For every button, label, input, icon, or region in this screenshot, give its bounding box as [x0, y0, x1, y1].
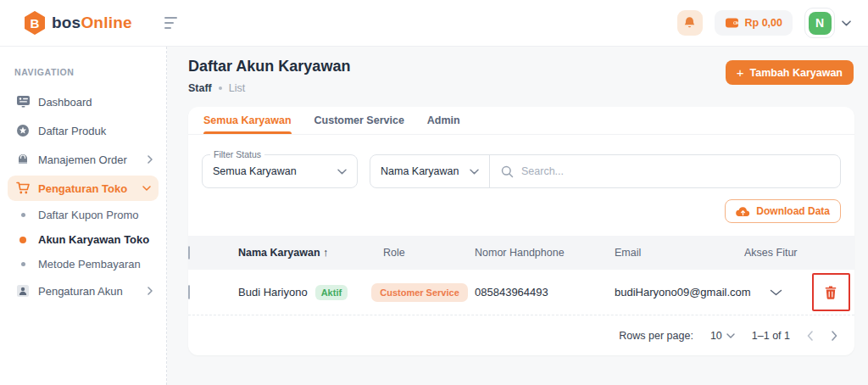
search-input[interactable]: [521, 165, 829, 177]
sidebar-item-label: Manajemen Order: [38, 153, 127, 166]
plus-icon: +: [737, 66, 744, 79]
sidebar-item-pengaturan-akun[interactable]: Pengaturan Akun: [0, 276, 166, 305]
avatar-frame: N: [804, 8, 835, 38]
column-header-email: Email: [610, 247, 744, 259]
wallet-balance-label: Rp 0,00: [745, 17, 782, 29]
search-field-select[interactable]: Nama Karyawan: [370, 155, 490, 187]
column-header-role: Role: [370, 247, 470, 259]
download-data-button[interactable]: Download Data: [725, 199, 841, 223]
delete-button[interactable]: [821, 282, 841, 303]
wallet-icon: [725, 17, 739, 29]
svg-text:B: B: [31, 16, 40, 31]
sidebar-item-label: Pengaturan Toko: [38, 182, 127, 195]
topbar: B bosOnline Rp 0,00 N: [0, 0, 868, 47]
sidebar-toggle-icon[interactable]: [164, 17, 181, 29]
filter-row: Filter Status Semua Karyawan Nama Karyaw…: [188, 135, 854, 188]
breadcrumb-staff[interactable]: Staff: [188, 82, 212, 94]
account-menu[interactable]: N: [804, 8, 851, 38]
download-data-label: Download Data: [756, 205, 830, 217]
filter-status-select[interactable]: Filter Status Semua Karyawan: [202, 154, 358, 188]
sidebar-subitem-akun-karyawan-toko[interactable]: Akun Karyawan Toko: [0, 227, 166, 252]
next-page-button[interactable]: [832, 331, 837, 341]
wallet-balance[interactable]: Rp 0,00: [715, 10, 793, 36]
cart-icon: [14, 181, 31, 195]
access-expander[interactable]: [744, 289, 807, 296]
brand-hexagon-icon: B: [24, 11, 46, 35]
brand-logo[interactable]: B bosOnline: [24, 11, 132, 35]
dashboard-icon: [14, 95, 31, 109]
chevron-down-icon: [337, 169, 347, 175]
brand-name: bosOnline: [52, 14, 132, 32]
trash-icon: [824, 285, 837, 299]
sidebar-section-label: NAVIGATION: [14, 67, 166, 77]
add-employee-label: Tambah Karyawan: [749, 67, 843, 79]
sidebar-item-manajemen-order[interactable]: Manajemen Order: [0, 145, 166, 174]
rows-per-page-select[interactable]: 10: [710, 330, 735, 342]
main-content: Daftar Akun Karyawan Staff List + Tambah…: [167, 47, 868, 385]
table-header: Nama Karyawan ↑ Role Nomor Handphone Ema…: [188, 236, 854, 270]
breadcrumb-list: List: [229, 82, 245, 94]
sidebar-item-label: Daftar Kupon Promo: [38, 209, 139, 221]
sidebar-item-daftar-produk[interactable]: Daftar Produk: [0, 116, 166, 145]
employee-name: Budi Hariyono: [238, 286, 308, 299]
filter-status-label: Filter Status: [210, 149, 264, 159]
employee-email: budiHaryono09@gmail.com: [610, 286, 744, 299]
delete-button-highlight: [812, 273, 850, 311]
sidebar-item-label: Daftar Produk: [38, 125, 106, 137]
sidebar-subitem-daftar-kupon-promo[interactable]: Daftar Kupon Promo: [0, 203, 166, 227]
sidebar-item-label: Akun Karyawan Toko: [38, 233, 149, 246]
chevron-right-icon: [147, 287, 153, 295]
table-row: Budi Hariyono Aktif Customer Service 085…: [188, 270, 854, 315]
chevron-down-icon: [842, 20, 851, 26]
rows-per-page-label: Rows per page:: [619, 330, 693, 342]
notifications-button[interactable]: [677, 10, 703, 36]
chevron-down-icon: [470, 169, 479, 175]
column-header-phone: Nomor Handphone: [470, 247, 610, 259]
column-header-access: Akses Fitur: [744, 247, 807, 259]
avatar: N: [809, 12, 832, 35]
bag-icon: [14, 153, 31, 166]
bell-icon: [683, 16, 696, 30]
chevron-right-icon: [832, 331, 837, 341]
bullet-icon: [14, 262, 31, 266]
bullet-icon: [14, 237, 31, 243]
chevron-left-icon: [807, 331, 813, 341]
add-employee-button[interactable]: + Tambah Karyawan: [726, 60, 854, 85]
search-group: Nama Karyawan: [370, 154, 841, 188]
status-badge: Aktif: [315, 285, 348, 300]
bullet-icon: [14, 213, 31, 217]
chevron-up-icon: [142, 186, 151, 191]
chevron-down-icon: [726, 333, 735, 338]
employee-phone: 085843964493: [470, 286, 610, 299]
role-badge: Customer Service: [371, 283, 468, 302]
sidebar-item-pengaturan-toko[interactable]: Pengaturan Toko: [8, 176, 159, 201]
sidebar-item-dashboard[interactable]: Dashboard: [0, 87, 166, 116]
previous-page-button[interactable]: [807, 331, 813, 341]
tab-admin[interactable]: Admin: [427, 107, 460, 134]
tab-bar: Semua Karyawan Customer Service Admin: [188, 107, 854, 135]
sort-asc-icon: ↑: [323, 247, 328, 259]
search-field-value: Nama Karyawan: [381, 165, 459, 177]
column-header-name[interactable]: Nama Karyawan ↑: [227, 247, 370, 259]
sidebar-item-label: Dashboard: [38, 96, 92, 109]
tab-semua-karyawan[interactable]: Semua Karyawan: [203, 107, 292, 134]
sidebar: NAVIGATION Dashboard Daftar Produk Manaj…: [0, 47, 167, 385]
table-footer: Rows per page: 10 1–1 of 1: [188, 315, 854, 355]
row-checkbox[interactable]: [188, 285, 190, 299]
filter-status-value: Semua Karyawan: [213, 165, 297, 177]
cloud-download-icon: [736, 206, 750, 217]
select-all-checkbox[interactable]: [188, 246, 190, 259]
sidebar-item-label: Metode Pembayaran: [38, 258, 141, 271]
chevron-down-icon: [770, 289, 782, 296]
rows-per-page-value: 10: [710, 330, 722, 342]
employee-list-card: Semua Karyawan Customer Service Admin Fi…: [188, 107, 854, 355]
sidebar-subitem-metode-pembayaran[interactable]: Metode Pembayaran: [0, 252, 166, 276]
pagination-range: 1–1 of 1: [752, 330, 790, 342]
star-icon: [14, 124, 31, 137]
sidebar-item-label: Pengaturan Akun: [38, 285, 123, 298]
tab-customer-service[interactable]: Customer Service: [314, 107, 404, 134]
search-icon: [501, 165, 514, 178]
person-icon: [14, 284, 31, 298]
chevron-right-icon: [147, 155, 153, 164]
breadcrumb-separator: [219, 86, 222, 90]
